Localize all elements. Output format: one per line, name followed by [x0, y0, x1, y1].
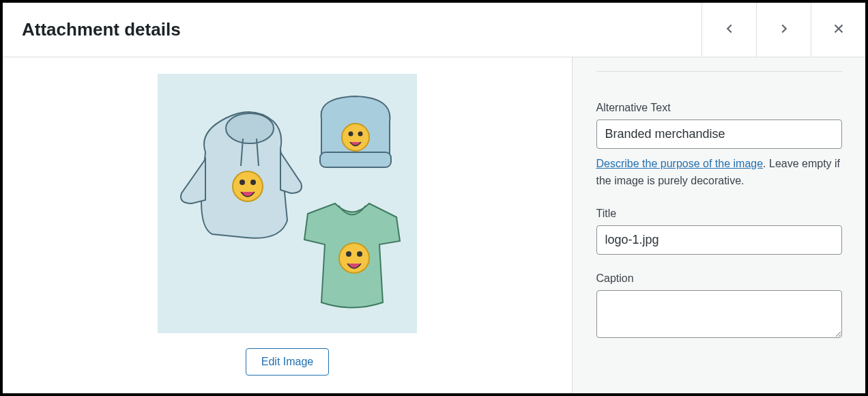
sidebar-inner: Alternative Text Describe the purpose of…: [596, 71, 842, 341]
modal-content: Edit Image Alternative Text Describe the…: [3, 57, 865, 393]
title-input[interactable]: [596, 225, 842, 255]
attachment-details-modal: Attachment details: [3, 3, 865, 393]
svg-point-6: [240, 180, 245, 185]
close-icon: [831, 21, 846, 38]
next-button[interactable]: [756, 3, 811, 57]
modal-header: Attachment details: [3, 3, 865, 57]
merchandise-illustration: [164, 84, 410, 323]
chevron-left-icon: [722, 21, 737, 38]
alt-text-field: Alternative Text Describe the purpose of…: [596, 102, 842, 190]
svg-point-13: [346, 251, 351, 257]
svg-point-10: [349, 132, 353, 137]
prev-button[interactable]: [701, 3, 756, 57]
svg-point-2: [226, 113, 274, 143]
svg-point-7: [250, 180, 256, 185]
attachment-preview-image: [158, 74, 417, 333]
svg-point-9: [342, 124, 369, 151]
title-label: Title: [596, 208, 842, 220]
title-field: Title: [596, 208, 842, 255]
caption-field: Caption: [596, 272, 842, 341]
alt-text-help-link[interactable]: Describe the purpose of the image: [596, 158, 764, 169]
details-sidebar[interactable]: Alternative Text Describe the purpose of…: [572, 57, 865, 393]
close-button[interactable]: [811, 3, 865, 57]
alt-text-help: Describe the purpose of the image. Leave…: [596, 156, 842, 190]
caption-label: Caption: [596, 272, 842, 285]
alt-text-label: Alternative Text: [596, 102, 842, 114]
svg-rect-8: [320, 152, 391, 167]
svg-point-14: [357, 251, 362, 257]
chevron-right-icon: [777, 21, 792, 38]
svg-point-11: [358, 132, 363, 137]
header-controls: [701, 3, 865, 57]
edit-image-button[interactable]: Edit Image: [246, 348, 329, 376]
alt-text-input[interactable]: [596, 119, 842, 149]
preview-pane: Edit Image: [3, 57, 572, 393]
page-title: Attachment details: [3, 19, 181, 40]
caption-textarea[interactable]: [596, 290, 842, 338]
